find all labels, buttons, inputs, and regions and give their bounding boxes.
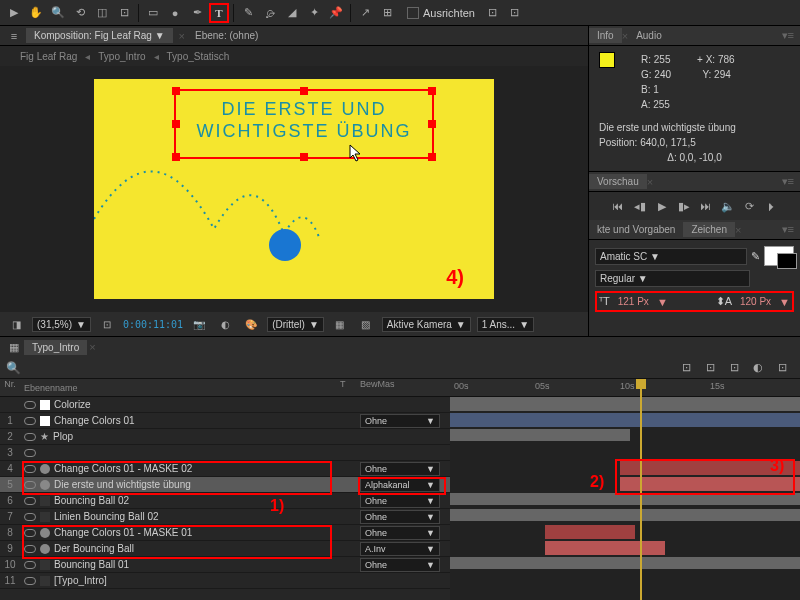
pan-behind-tool[interactable]: ⊡: [114, 3, 134, 23]
eyedropper-icon[interactable]: ✎: [751, 250, 760, 263]
text-tool[interactable]: T: [209, 3, 229, 23]
layer-row[interactable]: 1 Change Colors 01Ohne ▼: [0, 413, 450, 429]
option-tool-2[interactable]: ⊞: [377, 3, 397, 23]
matte-dropdown[interactable]: Ohne ▼: [360, 510, 440, 524]
matte-dropdown[interactable]: Ohne ▼: [360, 462, 440, 476]
layer-row[interactable]: 11 [Typo_Intro]: [0, 573, 450, 589]
camera-tool[interactable]: ◫: [92, 3, 112, 23]
matte-dropdown[interactable]: Ohne ▼: [360, 558, 440, 572]
timeline-track-area[interactable]: 00s 05s 10s 15s 2) 3): [450, 379, 800, 600]
visibility-icon[interactable]: [24, 417, 36, 425]
layer-row[interactable]: 10 Bouncing Ball 01Ohne ▼: [0, 557, 450, 573]
panel-menu-icon[interactable]: ▾≡: [782, 175, 800, 188]
zoom-tool[interactable]: 🔍: [48, 3, 68, 23]
camera-dropdown[interactable]: Aktive Kamera▼: [382, 317, 471, 332]
option-tool-1[interactable]: ↗: [355, 3, 375, 23]
puppet-tool[interactable]: 📌: [326, 3, 346, 23]
tab-preview[interactable]: Vorschau: [589, 174, 647, 189]
visibility-icon[interactable]: [24, 497, 36, 505]
matte-dropdown[interactable]: A.Inv ▼: [360, 542, 440, 556]
footer-btn-1[interactable]: ◨: [6, 314, 26, 334]
layer-row[interactable]: 7 Linien Bouncing Ball 02Ohne ▼: [0, 509, 450, 525]
brush-tool[interactable]: ✎: [238, 3, 258, 23]
tab-composition[interactable]: Komposition: Fig Leaf Rag ▼: [26, 28, 173, 43]
tab-layer[interactable]: Ebene: (ohne): [187, 28, 266, 43]
layer-row[interactable]: 3: [0, 445, 450, 461]
visibility-icon[interactable]: [24, 513, 36, 521]
panel-menu-icon[interactable]: ≡: [4, 26, 24, 46]
text-selection-box[interactable]: DIE ERSTE UND WICHTIGSTE ÜBUNG: [174, 89, 434, 159]
tab-effects[interactable]: kte und Vorgaben: [589, 222, 683, 237]
last-frame-icon[interactable]: ⏭: [698, 198, 714, 214]
mute-icon[interactable]: 🔈: [720, 198, 736, 214]
timecode-display[interactable]: 0:00:11:01: [123, 319, 183, 330]
canvas-viewport[interactable]: DIE ERSTE UND WICHTIGSTE ÜBUNG 4): [0, 66, 588, 312]
panel-menu-icon[interactable]: ▾≡: [782, 223, 800, 236]
composition-canvas[interactable]: DIE ERSTE UND WICHTIGSTE ÜBUNG 4): [94, 79, 494, 299]
timeline-menu-icon[interactable]: ▦: [4, 337, 24, 357]
tl-opt-1[interactable]: ⊡: [676, 358, 696, 378]
search-icon[interactable]: 🔍: [6, 361, 21, 375]
hand-tool[interactable]: ✋: [26, 3, 46, 23]
roi-icon[interactable]: ▦: [330, 314, 350, 334]
rotate-tool[interactable]: ⟲: [70, 3, 90, 23]
visibility-icon[interactable]: [24, 449, 36, 457]
shape-ellipse-tool[interactable]: ●: [165, 3, 185, 23]
next-frame-icon[interactable]: ▮▸: [676, 198, 692, 214]
tl-opt-3[interactable]: ⊡: [724, 358, 744, 378]
leading-input[interactable]: 120 Px: [740, 296, 771, 307]
pen-tool[interactable]: ✒: [187, 3, 207, 23]
visibility-icon[interactable]: [24, 433, 36, 441]
selection-tool[interactable]: ▶: [4, 3, 24, 23]
time-ruler[interactable]: 00s 05s 10s 15s: [450, 379, 800, 397]
channel-icon[interactable]: ◐: [215, 314, 235, 334]
color-mgmt-icon[interactable]: 🎨: [241, 314, 261, 334]
crumb-2[interactable]: Typo_Statisch: [167, 51, 230, 62]
fill-stroke-swatch[interactable]: [764, 246, 794, 266]
annotation-4: 4): [446, 266, 464, 289]
eraser-tool[interactable]: ◢: [282, 3, 302, 23]
crumb-1[interactable]: Typo_Intro: [98, 51, 145, 62]
transparency-icon[interactable]: ▨: [356, 314, 376, 334]
tab-audio[interactable]: Audio: [628, 28, 670, 43]
snap-tool[interactable]: ⊡: [483, 3, 503, 23]
tab-info[interactable]: Info: [589, 28, 622, 43]
footer-res-icon[interactable]: ⊡: [97, 314, 117, 334]
layer-row[interactable]: 2★ Plop: [0, 429, 450, 445]
timeline-tab[interactable]: Typo_Intro: [24, 340, 87, 355]
tl-opt-2[interactable]: ⊡: [700, 358, 720, 378]
clone-tool[interactable]: ⌮: [260, 3, 280, 23]
tab-character[interactable]: Zeichen: [683, 222, 735, 237]
layer-row[interactable]: 6 Bouncing Ball 02Ohne ▼: [0, 493, 450, 509]
views-dropdown[interactable]: 1 Ans...▼: [477, 317, 534, 332]
snapshot-icon[interactable]: 📷: [189, 314, 209, 334]
col-t: T: [340, 379, 360, 396]
tl-opt-5[interactable]: ⊡: [772, 358, 792, 378]
matte-dropdown[interactable]: Ohne ▼: [360, 494, 440, 508]
font-style-dropdown[interactable]: Regular ▼: [595, 270, 750, 287]
align-checkbox[interactable]: Ausrichten: [407, 7, 475, 19]
visibility-icon[interactable]: [24, 561, 36, 569]
zoom-dropdown[interactable]: (31,5%)▼: [32, 317, 91, 332]
grid-tool[interactable]: ⊡: [505, 3, 525, 23]
tl-opt-4[interactable]: ◐: [748, 358, 768, 378]
play-icon[interactable]: ▶: [654, 198, 670, 214]
preview-controls: ⏮ ◂▮ ▶ ▮▸ ⏭ 🔈 ⟳ ⏵: [589, 192, 800, 220]
crumb-0[interactable]: Fig Leaf Rag: [20, 51, 77, 62]
font-size-input[interactable]: 121 Px: [618, 296, 649, 307]
roto-tool[interactable]: ✦: [304, 3, 324, 23]
resolution-dropdown[interactable]: (Drittel)▼: [267, 317, 324, 332]
font-family-dropdown[interactable]: Amatic SC ▼: [595, 248, 747, 265]
matte-dropdown[interactable]: Ohne ▼: [360, 414, 440, 428]
layer-row[interactable]: Colorize: [0, 397, 450, 413]
first-frame-icon[interactable]: ⏮: [610, 198, 626, 214]
visibility-icon[interactable]: [24, 577, 36, 585]
prev-frame-icon[interactable]: ◂▮: [632, 198, 648, 214]
matte-dropdown[interactable]: Ohne ▼: [360, 526, 440, 540]
shape-rect-tool[interactable]: ▭: [143, 3, 163, 23]
loop-icon[interactable]: ⟳: [742, 198, 758, 214]
font-size-icon: ᵀT: [599, 295, 610, 308]
ram-preview-icon[interactable]: ⏵: [764, 198, 780, 214]
visibility-icon[interactable]: [24, 401, 36, 409]
panel-menu-icon[interactable]: ▾≡: [782, 29, 800, 42]
